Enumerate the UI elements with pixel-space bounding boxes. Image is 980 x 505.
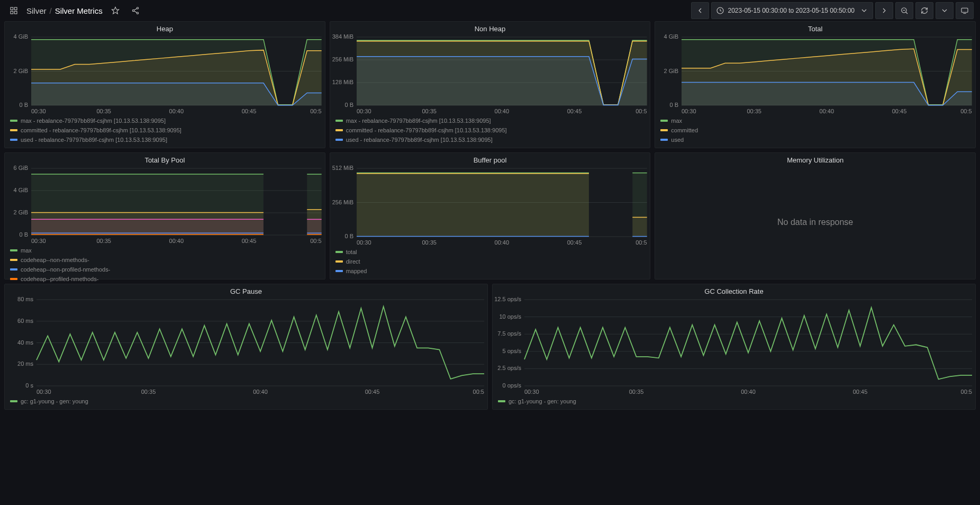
legend-item[interactable]: gc: g1-young - gen: young	[10, 396, 482, 406]
legend-item[interactable]: used - rebalance-79797bb89f-csjhm [10.13…	[335, 135, 645, 145]
svg-text:00:40: 00:40	[169, 108, 184, 114]
svg-text:00:5: 00:5	[636, 239, 647, 246]
svg-text:384 MiB: 384 MiB	[332, 34, 353, 40]
svg-text:512 MiB: 512 MiB	[332, 165, 353, 171]
legend-item[interactable]: max	[660, 116, 970, 125]
panel-title: Memory Utilization	[655, 153, 975, 165]
time-range-picker[interactable]: 2023-05-15 00:30:00 to 2023-05-15 00:50:…	[711, 2, 873, 19]
legend-item[interactable]: codeheap--non-nmethods-	[10, 255, 320, 265]
zoom-out-button[interactable]	[895, 2, 913, 19]
svg-text:00:35: 00:35	[629, 389, 644, 395]
svg-rect-0	[11, 7, 13, 10]
svg-point-6	[132, 10, 134, 11]
panel-heap[interactable]: Heap 0 B2 GiB4 GiB00:3000:3500:4000:4500…	[4, 21, 325, 148]
svg-text:00:30: 00:30	[31, 238, 46, 244]
svg-text:2.5 ops/s: 2.5 ops/s	[497, 365, 521, 371]
svg-text:00:30: 00:30	[357, 239, 371, 246]
svg-text:4 GiB: 4 GiB	[13, 187, 28, 193]
breadcrumb: Silver / Silver Metrics	[26, 6, 103, 15]
legend-item[interactable]: mapped	[335, 266, 645, 276]
legend-item[interactable]: max - rebalance-79797bb89f-csjhm [10.13.…	[10, 116, 320, 125]
plot-gc-rate[interactable]: 0 ops/s2.5 ops/s5 ops/s7.5 ops/s10 ops/s…	[493, 296, 975, 395]
legend-heap: max - rebalance-79797bb89f-csjhm [10.13.…	[5, 115, 325, 148]
tv-mode-button[interactable]	[956, 2, 974, 19]
plot-total[interactable]: 0 B2 GiB4 GiB00:3000:3500:4000:4500:5	[655, 34, 975, 115]
svg-text:60 ms: 60 ms	[17, 318, 33, 324]
panel-gc-rate[interactable]: GC Collection Rate 0 ops/s2.5 ops/s5 ops…	[492, 284, 976, 410]
svg-text:256 MiB: 256 MiB	[332, 56, 353, 62]
legend-total: max committed used	[655, 115, 975, 148]
svg-text:00:45: 00:45	[567, 108, 582, 114]
panel-total-by-pool[interactable]: Total By Pool 0 B2 GiB4 GiB6 GiB00:3000:…	[4, 152, 325, 279]
plot-nonheap[interactable]: 0 B128 MiB256 MiB384 MiB00:3000:3500:400…	[330, 34, 650, 115]
svg-text:00:40: 00:40	[494, 108, 509, 114]
svg-text:00:30: 00:30	[357, 108, 371, 114]
svg-rect-14	[961, 8, 968, 12]
svg-rect-1	[14, 7, 17, 10]
svg-text:00:30: 00:30	[682, 108, 696, 114]
panel-total[interactable]: Total 0 B2 GiB4 GiB00:3000:3500:4000:450…	[655, 21, 976, 148]
svg-line-12	[906, 12, 908, 14]
svg-text:12.5 ops/s: 12.5 ops/s	[494, 296, 521, 302]
svg-text:10 ops/s: 10 ops/s	[499, 313, 521, 320]
legend-item[interactable]: committed - rebalance-79797bb89f-csjhm […	[10, 125, 320, 135]
panel-gc-pause[interactable]: GC Pause 0 s20 ms40 ms60 ms80 ms00:3000:…	[4, 284, 488, 410]
time-prev-button[interactable]	[691, 2, 709, 19]
svg-text:00:30: 00:30	[31, 108, 46, 114]
svg-text:7.5 ops/s: 7.5 ops/s	[497, 330, 521, 337]
svg-text:00:5: 00:5	[636, 108, 647, 114]
legend-gc-pause: gc: g1-young - gen: young	[5, 395, 487, 409]
svg-text:00:45: 00:45	[242, 108, 257, 114]
star-icon[interactable]	[108, 3, 123, 18]
svg-text:2 GiB: 2 GiB	[13, 68, 28, 74]
time-next-button[interactable]	[875, 2, 893, 19]
legend-item[interactable]: direct	[335, 257, 645, 266]
legend-item[interactable]: used - rebalance-79797bb89f-csjhm [10.13…	[10, 135, 320, 145]
svg-text:00:35: 00:35	[747, 108, 762, 114]
page-title: Silver Metrics	[55, 6, 103, 15]
panel-title: Total	[655, 22, 975, 34]
legend-item[interactable]: codeheap--non-profiled-nmethods-	[10, 265, 320, 274]
legend-item[interactable]: committed	[660, 125, 970, 135]
breadcrumb-folder[interactable]: Silver	[26, 6, 47, 15]
dashboard-grid-icon[interactable]	[6, 3, 21, 18]
legend-item[interactable]: max	[10, 246, 320, 255]
svg-text:4 GiB: 4 GiB	[664, 34, 679, 40]
svg-text:00:40: 00:40	[820, 108, 834, 114]
svg-text:6 GiB: 6 GiB	[13, 165, 28, 171]
panel-title: Total By Pool	[5, 153, 325, 165]
panel-buffer-pool[interactable]: Buffer pool 0 B256 MiB512 MiB00:3000:350…	[330, 152, 651, 279]
svg-rect-3	[14, 11, 17, 14]
svg-text:00:40: 00:40	[741, 389, 756, 395]
legend-nonheap: max - rebalance-79797bb89f-csjhm [10.13.…	[330, 115, 650, 148]
time-range-label: 2023-05-15 00:30:00 to 2023-05-15 00:50:…	[728, 7, 855, 14]
legend-item[interactable]: used	[660, 135, 970, 145]
svg-text:00:35: 00:35	[422, 239, 437, 246]
legend-item[interactable]: gc: g1-young - gen: young	[498, 396, 970, 406]
plot-buffer-pool[interactable]: 0 B256 MiB512 MiB00:3000:3500:4000:4500:…	[330, 165, 650, 246]
svg-line-8	[134, 8, 137, 10]
svg-text:00:45: 00:45	[242, 238, 257, 244]
no-data-message: No data in response	[655, 165, 975, 279]
svg-text:0 B: 0 B	[670, 102, 679, 108]
plot-total-by-pool[interactable]: 0 B2 GiB4 GiB6 GiB00:3000:3500:4000:4500…	[5, 165, 325, 245]
panel-memory-utilization[interactable]: Memory Utilization No data in response	[655, 152, 976, 279]
plot-gc-pause[interactable]: 0 s20 ms40 ms60 ms80 ms00:3000:3500:4000…	[5, 296, 487, 395]
legend-item[interactable]: total	[335, 247, 645, 257]
legend-item[interactable]: committed - rebalance-79797bb89f-csjhm […	[335, 125, 645, 135]
svg-text:00:35: 00:35	[422, 108, 437, 114]
svg-text:40 ms: 40 ms	[17, 339, 33, 346]
svg-text:00:45: 00:45	[365, 389, 380, 395]
share-icon[interactable]	[128, 3, 143, 18]
panel-nonheap[interactable]: Non Heap 0 B128 MiB256 MiB384 MiB00:3000…	[330, 21, 651, 148]
refresh-button[interactable]	[915, 2, 933, 19]
legend-item[interactable]: max - rebalance-79797bb89f-csjhm [10.13.…	[335, 116, 645, 125]
svg-text:0 B: 0 B	[19, 231, 28, 238]
refresh-interval-picker[interactable]	[936, 2, 954, 19]
plot-heap[interactable]: 0 B2 GiB4 GiB00:3000:3500:4000:4500:5	[5, 34, 325, 115]
svg-text:00:40: 00:40	[494, 239, 509, 246]
svg-text:0 B: 0 B	[19, 102, 28, 108]
svg-text:0 s: 0 s	[25, 382, 33, 389]
legend-item[interactable]: codeheap--profiled-nmethods-	[10, 274, 320, 284]
svg-text:128 MiB: 128 MiB	[332, 79, 353, 85]
